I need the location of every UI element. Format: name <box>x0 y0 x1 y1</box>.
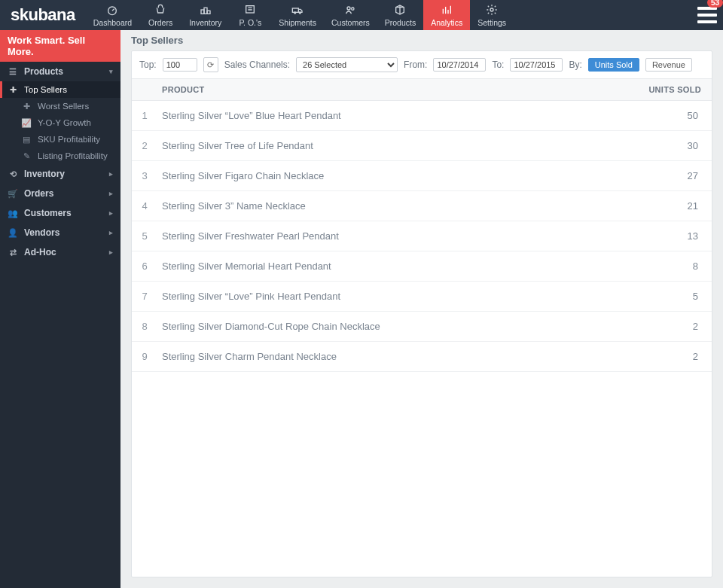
top-nav: skubana DashboardOrdersInventoryP. O.'sS… <box>0 0 723 30</box>
filter-top-input[interactable] <box>163 58 197 72</box>
sidebar-section-vendors[interactable]: 👤Vendors▸ <box>0 223 120 242</box>
sidebar-section-label: Customers <box>24 208 72 218</box>
table-row[interactable]: 1Sterling Silver “Love” Blue Heart Penda… <box>132 101 712 131</box>
col-units-header[interactable]: UNITS SOLD <box>644 79 712 100</box>
row-product: Sterling Silver Tree of Life Pendant <box>157 140 644 151</box>
orders-icon: 🛒 <box>8 189 18 199</box>
sidebar-section-customers[interactable]: 👥Customers▸ <box>0 203 120 223</box>
customers-icon <box>343 4 357 17</box>
table-row[interactable]: 3Sterling Silver Figaro Chain Necklace27 <box>132 161 712 191</box>
sidebar-item-label: Top Sellers <box>24 85 67 94</box>
inventory-icon <box>199 4 212 17</box>
row-rank: 8 <box>132 321 157 332</box>
sidebar-item-label: Worst Sellers <box>38 102 89 111</box>
nav-item-analytics[interactable]: Analytics <box>423 0 470 30</box>
filter-saleschannel-label: Sales Channels: <box>224 59 290 70</box>
nav-item-pos[interactable]: P. O.'s <box>229 0 271 30</box>
nav-item-shipments[interactable]: Shipments <box>271 0 324 30</box>
row-units: 2 <box>644 351 712 362</box>
row-rank: 7 <box>132 291 157 302</box>
filter-from-label: From: <box>404 59 427 70</box>
filter-to-input[interactable] <box>510 58 563 72</box>
nav-item-label: P. O.'s <box>239 18 261 27</box>
row-product: Sterling Silver Figaro Chain Necklace <box>157 170 644 181</box>
sidebar-item-listing[interactable]: ✎Listing Profitability <box>0 148 120 164</box>
sku-icon: ▤ <box>21 135 32 145</box>
filter-by-units-button[interactable]: Units Sold <box>588 58 639 72</box>
filter-from-input[interactable] <box>433 58 486 72</box>
menu-icon[interactable] <box>697 5 717 25</box>
svg-point-0 <box>108 7 117 15</box>
chevron-right-icon: ▸ <box>109 190 113 197</box>
main-content: Top Sellers Top: ⟳ Sales Channels: 26 Se… <box>120 30 723 588</box>
row-rank: 9 <box>132 351 157 362</box>
row-product: Sterling Silver Memorial Heart Pendant <box>157 260 644 272</box>
refresh-button[interactable]: ⟳ <box>203 57 218 72</box>
sidebar-item-label: SKU Profitability <box>38 135 100 144</box>
nav-item-label: Analytics <box>431 18 462 27</box>
sidebar-item-yoy[interactable]: 📈Y-O-Y Growth <box>0 114 120 131</box>
filter-by-revenue-button[interactable]: Revenue <box>645 58 692 72</box>
row-units: 27 <box>644 170 712 181</box>
sidebar-item-top[interactable]: ✚Top Sellers <box>0 81 120 98</box>
listing-icon: ✎ <box>21 151 32 161</box>
table-row[interactable]: 5Sterling Silver Freshwater Pearl Pendan… <box>132 221 712 251</box>
table-row[interactable]: 4Sterling Silver 3” Name Necklace21 <box>132 191 712 221</box>
table-body: 1Sterling Silver “Love” Blue Heart Penda… <box>132 101 712 372</box>
col-product-header[interactable]: PRODUCT <box>157 79 644 100</box>
row-product: Sterling Silver “Love” Blue Heart Pendan… <box>157 110 644 121</box>
filter-to-label: To: <box>492 59 504 70</box>
dashboard-icon <box>105 4 119 17</box>
row-rank: 6 <box>132 260 157 272</box>
nav-item-label: Inventory <box>189 18 221 27</box>
row-units: 30 <box>644 140 712 151</box>
nav-item-label: Settings <box>477 18 506 27</box>
sidebar-section-label: Vendors <box>24 227 59 238</box>
adhoc-icon: ⇄ <box>8 248 18 257</box>
sidebar-section-products[interactable]: ☰ Products ▾ <box>0 62 120 81</box>
svg-point-8 <box>347 7 350 10</box>
nav-item-inventory[interactable]: Inventory <box>182 0 229 30</box>
sidebar-item-worst[interactable]: ✚Worst Sellers <box>0 98 120 114</box>
top-icon: ✚ <box>8 85 18 95</box>
shipments-icon <box>291 4 304 17</box>
bars-icon: ☰ <box>8 67 18 77</box>
sidebar-section-adhoc[interactable]: ⇄Ad-Hoc▸ <box>0 242 120 262</box>
nav-item-settings[interactable]: Settings <box>470 0 514 30</box>
nav-item-orders[interactable]: Orders <box>139 0 182 30</box>
nav-items: DashboardOrdersInventoryP. O.'sShipments… <box>86 0 514 30</box>
nav-right: 53 <box>697 0 723 30</box>
table-row[interactable]: 7Sterling Silver “Love” Pink Heart Penda… <box>132 282 712 312</box>
row-rank: 4 <box>132 200 157 212</box>
filter-bar: Top: ⟳ Sales Channels: 26 Selected From:… <box>132 51 712 79</box>
sidebar-section-orders[interactable]: 🛒Orders▸ <box>0 184 120 203</box>
sidebar-section-label: Inventory <box>24 169 65 179</box>
notification-badge[interactable]: 53 <box>707 0 723 8</box>
nav-item-dashboard[interactable]: Dashboard <box>86 0 139 30</box>
table-row[interactable]: 8Sterling Silver Diamond-Cut Rope Chain … <box>132 312 712 342</box>
row-units: 5 <box>644 291 712 302</box>
row-rank: 5 <box>132 230 157 242</box>
filter-top-label: Top: <box>139 59 157 70</box>
row-units: 50 <box>644 110 712 121</box>
svg-point-10 <box>490 8 493 11</box>
row-units: 2 <box>644 321 712 332</box>
sidebar-item-sku[interactable]: ▤SKU Profitability <box>0 131 120 148</box>
table-row[interactable]: 6Sterling Silver Memorial Heart Pendant8 <box>132 251 712 282</box>
orders-icon <box>154 4 167 17</box>
nav-item-products[interactable]: Products <box>377 0 423 30</box>
filter-saleschannel-select[interactable]: 26 Selected <box>296 57 398 72</box>
table-row[interactable]: 9Sterling Silver Charm Pendant Necklace2 <box>132 342 712 372</box>
settings-icon <box>485 4 499 17</box>
row-product: Sterling Silver Diamond-Cut Rope Chain N… <box>157 321 644 332</box>
sidebar-section-label: Ad-Hoc <box>24 247 56 257</box>
row-units: 13 <box>644 230 712 242</box>
row-units: 8 <box>644 260 712 272</box>
nav-item-customers[interactable]: Customers <box>324 0 377 30</box>
table-row[interactable]: 2Sterling Silver Tree of Life Pendant30 <box>132 131 712 161</box>
analytics-icon <box>440 4 453 17</box>
sidebar-section-inventory[interactable]: ⟲Inventory▸ <box>0 164 120 184</box>
chevron-right-icon: ▸ <box>109 170 113 178</box>
sidebar: Work Smart. Sell More. ☰ Products ▾ ✚Top… <box>0 30 120 588</box>
yoy-icon: 📈 <box>21 118 32 128</box>
